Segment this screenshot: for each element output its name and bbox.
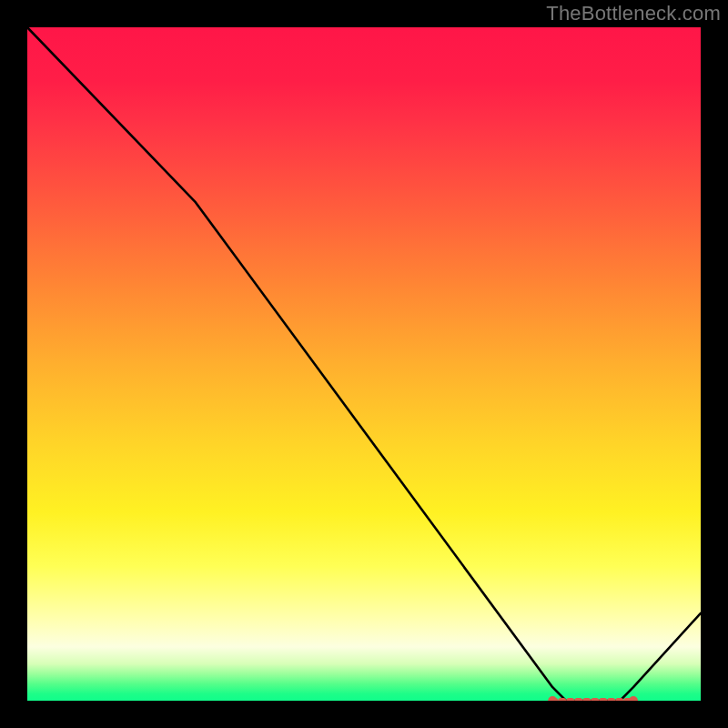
bottleneck-curve-line [27,27,701,701]
chart-frame: TheBottleneck.com [0,0,728,728]
svg-point-1 [548,696,557,701]
attribution-label: TheBottleneck.com [546,2,721,25]
chart-plot-area [27,27,701,701]
svg-point-2 [629,696,638,701]
chart-svg [27,27,701,701]
